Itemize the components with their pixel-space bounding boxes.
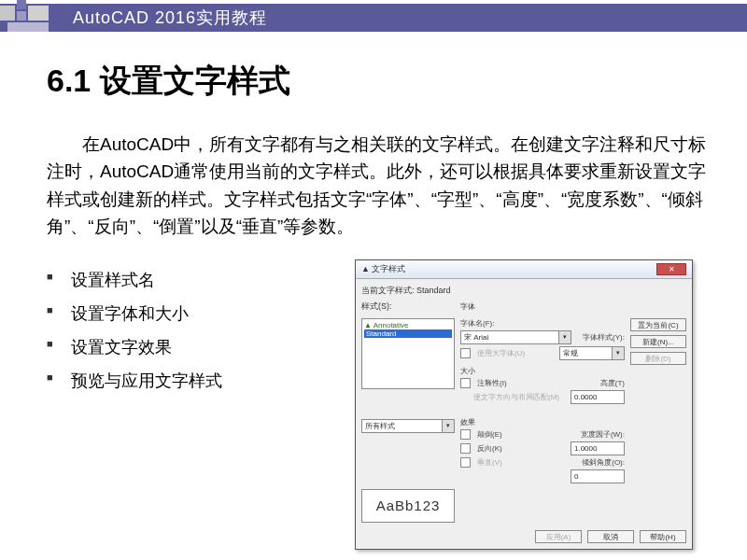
- style-listbox[interactable]: ▲ Annotative Standard: [361, 318, 455, 389]
- all-styles-combo[interactable]: 所有样式▾: [361, 419, 455, 433]
- vertical-label: 垂直(V): [477, 457, 502, 468]
- font-name-label: 字体名(F):: [460, 318, 494, 329]
- banner-title: AutoCAD 2016实用教程: [0, 4, 747, 32]
- delete-button[interactable]: 删除(D): [630, 352, 686, 365]
- height-field[interactable]: 0.0000: [571, 390, 625, 404]
- dialog-title-text: ▲ 文字样式: [361, 263, 405, 275]
- banner-decoration-icon: [0, 0, 56, 35]
- font-style-combo[interactable]: 常规▾: [559, 346, 625, 360]
- list-item: 设置字体和大小: [47, 302, 327, 325]
- size-group-title: 大小: [460, 366, 625, 376]
- font-style-label: 字体样式(Y):: [583, 332, 625, 343]
- font-group-title: 字体: [460, 301, 625, 312]
- effects-group-title: 效果: [460, 417, 625, 427]
- annotative-checkbox[interactable]: [460, 378, 471, 388]
- style-item-standard[interactable]: Standard: [364, 329, 452, 338]
- set-current-button[interactable]: 置为当前(C): [630, 318, 686, 331]
- svg-rect-2: [17, 11, 26, 21]
- current-style-label: 当前文字样式: Standard: [361, 285, 686, 297]
- new-button[interactable]: 新建(N)...: [630, 335, 686, 348]
- vertical-checkbox[interactable]: [460, 457, 471, 468]
- help-button[interactable]: 帮助(H): [640, 530, 686, 543]
- font-group: 字体: [460, 301, 625, 315]
- section-heading: 6.1 设置文字样式: [47, 60, 710, 103]
- upside-down-checkbox[interactable]: [460, 429, 471, 440]
- upside-down-label: 颠倒(E): [477, 429, 502, 440]
- use-bigfont-label: 使用大字体(U): [477, 348, 525, 358]
- page-banner: AutoCAD 2016实用教程: [0, 4, 747, 32]
- intro-paragraph: 在AutoCAD中，所有文字都有与之相关联的文字样式。在创建文字注释和尺寸标注时…: [47, 131, 710, 241]
- match-orient-label: 使文字方向与布局匹配(M): [473, 392, 559, 402]
- width-factor-label: 宽度因子(W):: [581, 429, 625, 440]
- annotative-label: 注释性(I): [477, 378, 507, 388]
- backwards-label: 反向(K): [477, 443, 502, 454]
- close-icon[interactable]: ✕: [656, 263, 686, 275]
- chevron-down-icon[interactable]: ▾: [612, 346, 625, 360]
- width-factor-field[interactable]: 1.0000: [571, 441, 625, 455]
- preview-box: AaBb123: [361, 489, 455, 523]
- svg-rect-1: [17, 0, 26, 9]
- style-item-annotative[interactable]: ▲ Annotative: [364, 321, 452, 329]
- list-item: 预览与应用文字样式: [47, 370, 327, 392]
- list-item: 设置文字效果: [47, 336, 327, 358]
- text-style-dialog: ▲ 文字样式 ✕ 当前文字样式: Standard 样式(S): 字体 ▲ An…: [355, 259, 693, 550]
- chevron-down-icon[interactable]: ▾: [558, 330, 571, 344]
- list-item: 设置样式名: [47, 269, 327, 291]
- svg-rect-4: [7, 22, 49, 32]
- oblique-field[interactable]: 0: [571, 469, 625, 483]
- bullet-list: 设置样式名 设置字体和大小 设置文字效果 预览与应用文字样式: [47, 259, 327, 550]
- svg-rect-3: [28, 6, 49, 21]
- styles-label: 样式(S):: [361, 301, 455, 315]
- font-name-combo[interactable]: 宋 Arial▾: [460, 330, 571, 344]
- backwards-checkbox[interactable]: [460, 443, 471, 454]
- svg-rect-0: [0, 6, 15, 21]
- dialog-titlebar: ▲ 文字样式 ✕: [356, 260, 692, 279]
- oblique-label: 倾斜角度(O):: [582, 457, 625, 468]
- cancel-button[interactable]: 取消: [587, 530, 634, 543]
- all-styles-label: 所有样式▾: [361, 419, 455, 485]
- chevron-down-icon[interactable]: ▾: [442, 419, 455, 433]
- height-label: 高度(T): [600, 378, 625, 388]
- apply-button[interactable]: 应用(A): [535, 530, 582, 543]
- use-bigfont-checkbox[interactable]: [460, 348, 471, 358]
